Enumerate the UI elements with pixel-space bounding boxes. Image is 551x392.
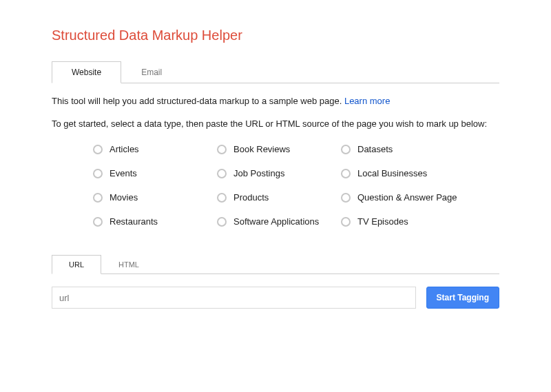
- radio-icon: [341, 193, 351, 203]
- datatype-label: Job Postings: [233, 168, 284, 178]
- tab-url[interactable]: URL: [52, 255, 101, 274]
- datatype-label: Restaurants: [110, 216, 158, 227]
- radio-icon: [93, 145, 103, 154]
- datatype-label: Movies: [110, 192, 138, 203]
- datatype-label: Products: [233, 192, 269, 203]
- datatype-option-tv-episodes[interactable]: TV Episodes: [341, 216, 458, 227]
- datatype-option-restaurants[interactable]: Restaurants: [93, 216, 210, 227]
- page-title: Structured Data Markup Helper: [52, 28, 499, 43]
- learn-more-link[interactable]: Learn more: [344, 96, 390, 106]
- datatype-option-local-businesses[interactable]: Local Businesses: [341, 168, 458, 178]
- datatype-option-job-postings[interactable]: Job Postings: [217, 168, 334, 178]
- datatype-grid: Articles Book Reviews Datasets Events Jo…: [52, 144, 499, 227]
- datatype-option-products[interactable]: Products: [217, 192, 334, 203]
- tab-website[interactable]: Website: [52, 61, 121, 83]
- start-tagging-button[interactable]: Start Tagging: [426, 287, 499, 309]
- datatype-label: TV Episodes: [357, 216, 408, 227]
- radio-icon: [341, 217, 351, 227]
- datatype-label: Book Reviews: [233, 144, 290, 154]
- radio-icon: [93, 169, 103, 178]
- radio-icon: [217, 217, 227, 227]
- datatype-label: Local Businesses: [357, 168, 427, 178]
- input-mode-tabs: URL HTML: [52, 254, 499, 274]
- datatype-option-qa-page[interactable]: Question & Answer Page: [341, 192, 458, 203]
- datatype-option-articles[interactable]: Articles: [93, 144, 210, 154]
- radio-icon: [217, 169, 227, 178]
- datatype-label: Events: [110, 168, 137, 178]
- datatype-label: Articles: [110, 144, 139, 154]
- input-row: Start Tagging: [52, 287, 499, 309]
- radio-icon: [217, 193, 227, 203]
- radio-icon: [217, 145, 227, 154]
- mode-tabs: Website Email: [52, 61, 499, 83]
- radio-icon: [93, 217, 103, 227]
- datatype-option-book-reviews[interactable]: Book Reviews: [217, 144, 334, 154]
- datatype-option-datasets[interactable]: Datasets: [341, 144, 458, 154]
- datatype-label: Datasets: [357, 144, 393, 154]
- datatype-label: Question & Answer Page: [357, 192, 457, 203]
- datatype-option-movies[interactable]: Movies: [93, 192, 210, 203]
- radio-icon: [341, 169, 351, 178]
- intro-text-body: This tool will help you add structured-d…: [52, 96, 344, 106]
- tab-email[interactable]: Email: [121, 61, 182, 83]
- datatype-option-software-apps[interactable]: Software Applications: [217, 216, 334, 227]
- instructions-text: To get started, select a data type, then…: [52, 118, 499, 129]
- tab-html[interactable]: HTML: [101, 255, 156, 274]
- url-input[interactable]: [52, 287, 416, 309]
- radio-icon: [341, 145, 351, 154]
- radio-icon: [93, 193, 103, 203]
- datatype-label: Software Applications: [233, 216, 319, 227]
- datatype-option-events[interactable]: Events: [93, 168, 210, 178]
- intro-text: This tool will help you add structured-d…: [52, 96, 499, 106]
